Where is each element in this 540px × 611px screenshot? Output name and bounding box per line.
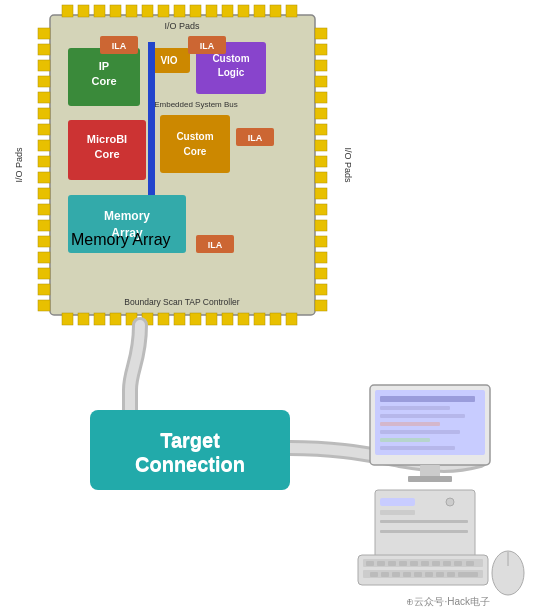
- svg-rect-43: [38, 220, 50, 231]
- svg-text:I/O Pads: I/O Pads: [343, 147, 353, 183]
- svg-rect-44: [38, 236, 50, 247]
- svg-rect-38: [38, 140, 50, 151]
- svg-rect-16: [62, 313, 73, 325]
- svg-rect-117: [380, 530, 468, 533]
- svg-text:Memory: Memory: [104, 209, 150, 223]
- svg-rect-19: [110, 313, 121, 325]
- svg-rect-51: [315, 60, 327, 71]
- svg-rect-139: [458, 572, 478, 577]
- svg-rect-45: [38, 252, 50, 263]
- svg-rect-14: [270, 5, 281, 17]
- svg-rect-26: [222, 313, 233, 325]
- svg-rect-31: [38, 28, 50, 39]
- svg-rect-122: [377, 561, 385, 566]
- svg-rect-52: [315, 76, 327, 87]
- svg-text:Core: Core: [94, 148, 119, 160]
- svg-rect-56: [315, 140, 327, 151]
- svg-rect-47: [38, 284, 50, 295]
- svg-text:Core: Core: [91, 75, 116, 87]
- svg-rect-46: [38, 268, 50, 279]
- svg-rect-59: [315, 188, 327, 199]
- svg-rect-39: [38, 156, 50, 167]
- svg-rect-60: [315, 204, 327, 215]
- svg-text:ILA: ILA: [200, 41, 215, 51]
- svg-rect-129: [454, 561, 462, 566]
- svg-rect-41: [38, 188, 50, 199]
- svg-rect-49: [315, 28, 327, 39]
- svg-rect-37: [38, 124, 50, 135]
- svg-rect-15: [286, 5, 297, 17]
- svg-rect-35: [38, 92, 50, 103]
- svg-rect-61: [315, 220, 327, 231]
- svg-text:I/O Pads: I/O Pads: [164, 21, 200, 31]
- svg-rect-130: [466, 561, 474, 566]
- svg-text:ILA: ILA: [112, 41, 127, 51]
- svg-text:IP: IP: [99, 60, 109, 72]
- svg-rect-4: [110, 5, 121, 17]
- svg-rect-10: [206, 5, 217, 17]
- svg-rect-1: [62, 5, 73, 17]
- svg-text:⊕云众号·Hack电子: ⊕云众号·Hack电子: [406, 596, 490, 607]
- svg-rect-108: [380, 438, 430, 442]
- svg-rect-57: [315, 156, 327, 167]
- svg-rect-27: [238, 313, 249, 325]
- svg-rect-134: [403, 572, 411, 577]
- svg-rect-30: [286, 313, 297, 325]
- svg-rect-17: [78, 313, 89, 325]
- svg-rect-50: [315, 44, 327, 55]
- svg-text:Core: Core: [184, 146, 207, 157]
- svg-rect-5: [126, 5, 137, 17]
- svg-rect-40: [38, 172, 50, 183]
- svg-rect-106: [380, 422, 440, 426]
- svg-rect-133: [392, 572, 400, 577]
- svg-rect-28: [254, 313, 265, 325]
- svg-rect-53: [315, 92, 327, 103]
- svg-text:Custom: Custom: [212, 53, 249, 64]
- svg-rect-55: [315, 124, 327, 135]
- svg-rect-138: [447, 572, 455, 577]
- svg-rect-132: [381, 572, 389, 577]
- svg-text:Boundary Scan TAP Controller: Boundary Scan TAP Controller: [124, 297, 239, 307]
- svg-rect-87: [160, 115, 230, 173]
- svg-rect-36: [38, 108, 50, 119]
- svg-rect-12: [238, 5, 249, 17]
- svg-rect-110: [420, 465, 440, 477]
- svg-rect-63: [315, 252, 327, 263]
- svg-rect-109: [380, 446, 455, 450]
- svg-rect-9: [190, 5, 201, 17]
- svg-rect-121: [366, 561, 374, 566]
- svg-rect-107: [380, 430, 460, 434]
- svg-text:MicroBI: MicroBI: [87, 133, 127, 145]
- svg-text:ILA: ILA: [248, 133, 263, 143]
- svg-rect-104: [380, 406, 450, 410]
- svg-rect-126: [421, 561, 429, 566]
- svg-rect-125: [410, 561, 418, 566]
- svg-rect-116: [380, 520, 468, 523]
- svg-rect-136: [425, 572, 433, 577]
- svg-rect-6: [142, 5, 153, 17]
- svg-rect-66: [315, 300, 327, 311]
- svg-rect-3: [94, 5, 105, 17]
- svg-rect-8: [174, 5, 185, 17]
- svg-text:VIO: VIO: [160, 55, 177, 66]
- svg-rect-2: [78, 5, 89, 17]
- svg-rect-105: [380, 414, 465, 418]
- svg-rect-128: [443, 561, 451, 566]
- svg-rect-32: [38, 44, 50, 55]
- svg-rect-114: [380, 510, 415, 515]
- svg-rect-7: [158, 5, 169, 17]
- svg-rect-103: [380, 396, 475, 402]
- svg-rect-33: [38, 60, 50, 71]
- svg-point-115: [446, 498, 454, 506]
- svg-rect-24: [190, 313, 201, 325]
- svg-rect-64: [315, 268, 327, 279]
- svg-text:I/O Pads: I/O Pads: [14, 147, 24, 183]
- svg-rect-54: [315, 108, 327, 119]
- svg-rect-62: [315, 236, 327, 247]
- svg-rect-13: [254, 5, 265, 17]
- svg-text:ILA: ILA: [208, 240, 223, 250]
- svg-rect-124: [399, 561, 407, 566]
- svg-text:Embedded System Bus: Embedded System Bus: [154, 100, 238, 109]
- svg-rect-58: [315, 172, 327, 183]
- svg-rect-111: [408, 476, 452, 482]
